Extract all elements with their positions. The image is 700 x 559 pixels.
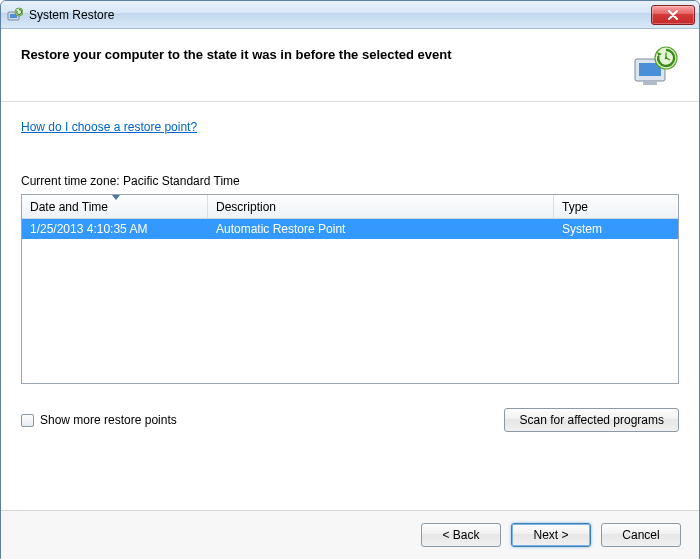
back-button[interactable]: < Back <box>421 523 501 547</box>
cell-date: 1/25/2013 4:10:35 AM <box>22 220 208 238</box>
svg-rect-5 <box>643 81 657 85</box>
restore-hero-icon <box>631 43 679 91</box>
sort-descending-icon <box>112 195 120 200</box>
table-header: Date and Time Description Type <box>22 195 678 219</box>
close-icon <box>667 10 679 20</box>
cancel-button[interactable]: Cancel <box>601 523 681 547</box>
close-button[interactable] <box>651 5 695 25</box>
column-label: Description <box>216 200 276 214</box>
column-date-and-time[interactable]: Date and Time <box>22 195 208 218</box>
scan-affected-programs-button[interactable]: Scan for affected programs <box>504 408 679 432</box>
column-label: Date and Time <box>30 200 108 214</box>
wizard-header: Restore your computer to the state it wa… <box>1 29 699 102</box>
cell-type: System <box>554 220 678 238</box>
table-options-row: Show more restore points Scan for affect… <box>21 408 679 432</box>
restore-points-table[interactable]: Date and Time Description Type 1/25/2013… <box>21 194 679 384</box>
checkbox-label: Show more restore points <box>40 413 177 427</box>
column-label: Type <box>562 200 588 214</box>
table-row[interactable]: 1/25/2013 4:10:35 AM Automatic Restore P… <box>22 219 678 239</box>
system-restore-icon <box>7 7 23 23</box>
wizard-body: How do I choose a restore point? Current… <box>1 102 699 442</box>
show-more-restore-points[interactable]: Show more restore points <box>21 413 177 427</box>
help-link[interactable]: How do I choose a restore point? <box>21 120 197 134</box>
cell-description: Automatic Restore Point <box>208 220 554 238</box>
titlebar: System Restore <box>1 1 699 29</box>
wizard-footer: < Back Next > Cancel <box>1 510 699 559</box>
checkbox-icon <box>21 414 34 427</box>
window-title: System Restore <box>29 8 651 22</box>
next-button[interactable]: Next > <box>511 523 591 547</box>
column-description[interactable]: Description <box>208 195 554 218</box>
page-heading: Restore your computer to the state it wa… <box>21 47 631 62</box>
timezone-label: Current time zone: Pacific Standard Time <box>21 174 679 188</box>
column-type[interactable]: Type <box>554 195 678 218</box>
